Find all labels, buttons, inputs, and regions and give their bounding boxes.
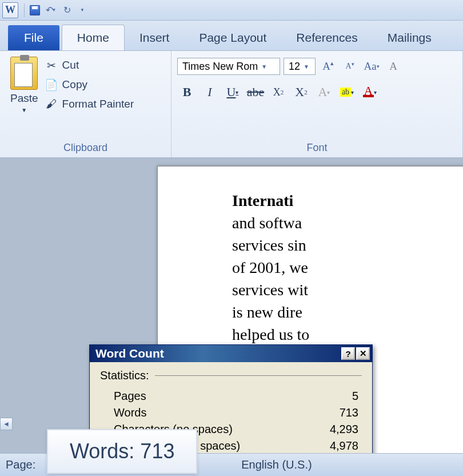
paste-label: Paste (10, 92, 38, 105)
stat-label: Words (114, 406, 146, 419)
stat-value: 713 (340, 406, 358, 419)
font-name-value: Times New Rom (182, 61, 258, 73)
redo-icon: ↻ (63, 5, 71, 15)
copy-button[interactable]: 📄 Copy (45, 78, 134, 91)
font-group-label: Font (177, 140, 457, 156)
undo-button[interactable]: ↶▼ (43, 2, 59, 18)
words-callout: Words: 713 (47, 429, 197, 474)
ribbon-tabs: File Home Insert Page Layout References … (0, 21, 463, 50)
font-size-value: 12 (289, 61, 300, 73)
cut-button[interactable]: ✂ Cut (45, 59, 134, 72)
stat-pages: Pages 5 (100, 388, 362, 404)
paste-button[interactable]: Paste ▼ (6, 54, 43, 140)
tab-page-layout[interactable]: Page Layout (184, 25, 281, 50)
strikethrough-button[interactable]: abe (246, 83, 265, 101)
qat-customize-button[interactable]: ▼ (75, 2, 91, 18)
doc-title-frag: Internati (232, 192, 293, 209)
chevron-down-icon: ▼ (80, 7, 85, 13)
words-callout-text: Words: 713 (70, 439, 174, 463)
stat-label: Pages (114, 390, 146, 403)
status-language[interactable]: English (U.S.) (241, 458, 312, 471)
undo-dropdown-icon: ▼ (52, 7, 57, 13)
highlight-button[interactable]: ab▾ (337, 83, 357, 101)
save-icon (30, 5, 40, 15)
underline-button[interactable]: U▾ (223, 83, 242, 101)
font-size-dropdown[interactable]: 12 ▼ (284, 58, 316, 75)
doc-line: of 2001, we (232, 259, 308, 276)
stat-value: 4,293 (330, 423, 358, 436)
word-letter: W (5, 4, 15, 16)
statistics-header: Statistics: (100, 369, 149, 382)
shrink-font-button[interactable]: A▾ (341, 58, 359, 75)
superscript-button[interactable]: X2 (292, 83, 311, 101)
format-painter-icon: 🖌 (45, 98, 58, 110)
divider (155, 375, 362, 376)
cut-icon: ✂ (45, 59, 58, 72)
paste-icon (10, 57, 38, 90)
separator (24, 3, 25, 17)
dialog-titlebar[interactable]: Word Count ? ✕ (90, 345, 372, 362)
font-color-button[interactable]: A▾ (360, 83, 380, 101)
doc-line: services wit (232, 281, 308, 299)
ribbon: Paste ▼ ✂ Cut 📄 Copy 🖌 Format Painter Cl… (0, 50, 463, 158)
scroll-left-button[interactable]: ◄ (0, 418, 13, 430)
chevron-down-icon: ▼ (304, 64, 309, 70)
font-name-dropdown[interactable]: Times New Rom ▼ (177, 58, 280, 75)
tab-file[interactable]: File (8, 25, 59, 50)
tab-home[interactable]: Home (62, 25, 125, 50)
clear-formatting-button[interactable]: A (384, 58, 402, 75)
format-painter-button[interactable]: 🖌 Format Painter (45, 98, 134, 110)
clipboard-group-label: Clipboard (6, 140, 165, 156)
redo-button[interactable]: ↻ (59, 2, 75, 18)
document-area: Internati and softwa services sin of 200… (0, 158, 463, 453)
doc-line: and softwa (232, 214, 302, 232)
bold-button[interactable]: B (177, 83, 197, 101)
doc-line: is new dire (232, 303, 302, 321)
cut-label: Cut (62, 59, 79, 72)
status-page-label[interactable]: Page: (6, 458, 35, 471)
paste-dropdown-icon: ▼ (21, 107, 27, 113)
dialog-close-button[interactable]: ✕ (356, 347, 370, 360)
stat-words: Words 713 (100, 404, 362, 421)
quick-access-toolbar: W ↶▼ ↻ ▼ (0, 0, 463, 21)
chevron-down-icon: ▼ (261, 64, 267, 70)
dialog-help-button[interactable]: ? (341, 347, 355, 360)
doc-line: helped us to (232, 326, 309, 343)
save-button[interactable] (27, 2, 43, 18)
tab-mailings[interactable]: Mailings (373, 25, 446, 50)
italic-button[interactable]: I (200, 83, 219, 101)
text-effects-button[interactable]: A▾ (314, 83, 334, 101)
tab-references[interactable]: References (281, 25, 372, 50)
stat-value: 4,978 (330, 439, 358, 453)
change-case-button[interactable]: Aa▾ (362, 58, 381, 75)
copy-icon: 📄 (45, 78, 58, 91)
stat-value: 5 (352, 390, 358, 403)
grow-font-button[interactable]: A▴ (319, 58, 337, 75)
tab-insert[interactable]: Insert (125, 25, 185, 50)
format-painter-label: Format Painter (62, 98, 134, 110)
dialog-title-text: Word Count (95, 347, 164, 360)
subscript-button[interactable]: X2 (269, 83, 288, 101)
group-clipboard: Paste ▼ ✂ Cut 📄 Copy 🖌 Format Painter Cl… (0, 51, 171, 157)
group-font: Times New Rom ▼ 12 ▼ A▴ A▾ Aa▾ A B I U▾ … (171, 51, 463, 157)
copy-label: Copy (62, 78, 87, 91)
word-app-icon[interactable]: W (2, 2, 18, 18)
doc-line: services sin (232, 236, 306, 254)
